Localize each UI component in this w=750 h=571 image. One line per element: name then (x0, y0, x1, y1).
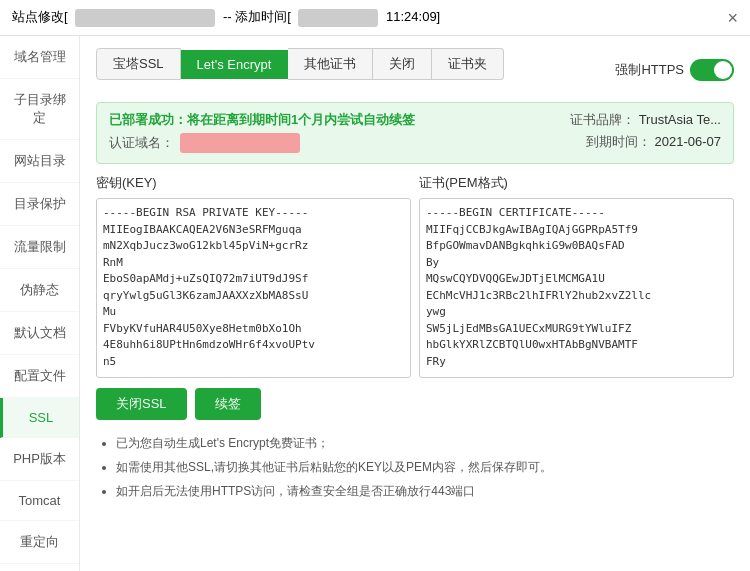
success-info-right: 证书品牌： TrustAsia Te... 到期时间： 2021-06-07 (570, 111, 721, 155)
key-col: 密钥(KEY) (96, 174, 411, 378)
key-cert-row: 密钥(KEY) 证书(PEM格式) (96, 174, 734, 378)
sidebar-item-ssl[interactable]: SSL (0, 398, 79, 438)
sidebar-item-config[interactable]: 配置文件 (0, 355, 79, 398)
tabs-row: 宝塔SSL Let's Encrypt 其他证书 关闭 证书夹 强制HTTPS (96, 48, 734, 92)
https-label: 强制HTTPS (615, 61, 684, 79)
sidebar-item-redirect[interactable]: 重定向 (0, 521, 79, 564)
https-toggle-area: 强制HTTPS (615, 59, 734, 81)
title-bar: 站点修改[ -- 添加时间[ 11:24:09] × (0, 0, 750, 36)
tab-close[interactable]: 关闭 (373, 48, 432, 80)
sidebar-item-default[interactable]: 默认文档 (0, 312, 79, 355)
cert-label: 证书(PEM格式) (419, 174, 734, 192)
domain-value (180, 133, 300, 153)
tab-baota-ssl[interactable]: 宝塔SSL (96, 48, 181, 80)
title-site-name (75, 9, 215, 27)
brand-value: TrustAsia Te... (639, 112, 721, 127)
info-item-0: 已为您自动生成Let's Encrypt免费证书； (116, 434, 734, 453)
title-text: 站点修改[ -- 添加时间[ 11:24:09] (12, 8, 440, 27)
domain-label: 认证域名： (109, 134, 174, 152)
key-label: 密钥(KEY) (96, 174, 411, 192)
sidebar: 域名管理 子目录绑定 网站目录 目录保护 流量限制 伪静态 默认文档 配置文件 (0, 36, 80, 571)
renew-button[interactable]: 续签 (195, 388, 261, 420)
sidebar-item-domain[interactable]: 域名管理 (0, 36, 79, 79)
sidebar-item-static[interactable]: 伪静态 (0, 269, 79, 312)
info-item-1: 如需使用其他SSL,请切换其他证书后粘贴您的KEY以及PEM内容，然后保存即可。 (116, 458, 734, 477)
title-suffix: -- 添加时间[ (223, 9, 291, 24)
tab-other-cert[interactable]: 其他证书 (288, 48, 373, 80)
info-list: 已为您自动生成Let's Encrypt免费证书； 如需使用其他SSL,请切换其… (96, 434, 734, 502)
expiry-row: 到期时间： 2021-06-07 (570, 133, 721, 151)
expiry-label: 到期时间： (586, 134, 651, 149)
title-prefix: 站点修改[ (12, 9, 68, 24)
tabs: 宝塔SSL Let's Encrypt 其他证书 关闭 证书夹 (96, 48, 504, 80)
https-toggle[interactable] (690, 59, 734, 81)
info-item-2: 如开启后无法使用HTTPS访问，请检查安全组是否正确放行443端口 (116, 482, 734, 501)
success-info-left: 已部署成功：将在距离到期时间1个月内尝试自动续签 认证域名： (109, 111, 570, 153)
success-title: 已部署成功：将在距离到期时间1个月内尝试自动续签 (109, 111, 570, 129)
main-layout: 域名管理 子目录绑定 网站目录 目录保护 流量限制 伪静态 默认文档 配置文件 (0, 36, 750, 571)
title-time: 11:24:09] (386, 9, 440, 24)
sidebar-item-subdir[interactable]: 子目录绑定 (0, 79, 79, 140)
content-area: 宝塔SSL Let's Encrypt 其他证书 关闭 证书夹 强制HTTPS … (80, 36, 750, 571)
cert-brand-row: 证书品牌： TrustAsia Te... (570, 111, 721, 129)
brand-label: 证书品牌： (570, 112, 635, 127)
key-textarea[interactable] (96, 198, 411, 378)
cert-textarea[interactable] (419, 198, 734, 378)
close-window-button[interactable]: × (727, 9, 738, 27)
sidebar-item-tomcat[interactable]: Tomcat (0, 481, 79, 521)
sidebar-item-php[interactable]: PHP版本 (0, 438, 79, 481)
sidebar-item-redirect-test[interactable]: 重定向(测试版) (0, 564, 79, 571)
close-ssl-button[interactable]: 关闭SSL (96, 388, 187, 420)
tab-cert-folder[interactable]: 证书夹 (432, 48, 504, 80)
title-date (298, 9, 378, 27)
expiry-value: 2021-06-07 (655, 134, 722, 149)
domain-row: 认证域名： (109, 133, 570, 153)
sidebar-item-webdir[interactable]: 网站目录 (0, 140, 79, 183)
success-desc: 将在距离到期时间1个月内尝试自动续签 (187, 112, 415, 127)
cert-col: 证书(PEM格式) (419, 174, 734, 378)
success-status: 已部署成功 (109, 112, 174, 127)
sidebar-item-traffic[interactable]: 流量限制 (0, 226, 79, 269)
action-buttons: 关闭SSL 续签 (96, 388, 734, 420)
main-window: 站点修改[ -- 添加时间[ 11:24:09] × 域名管理 子目录绑定 网站… (0, 0, 750, 571)
sidebar-item-protect[interactable]: 目录保护 (0, 183, 79, 226)
tab-lets-encrypt[interactable]: Let's Encrypt (181, 50, 289, 79)
success-banner: 已部署成功：将在距离到期时间1个月内尝试自动续签 认证域名： 证书品牌： Tru… (96, 102, 734, 164)
